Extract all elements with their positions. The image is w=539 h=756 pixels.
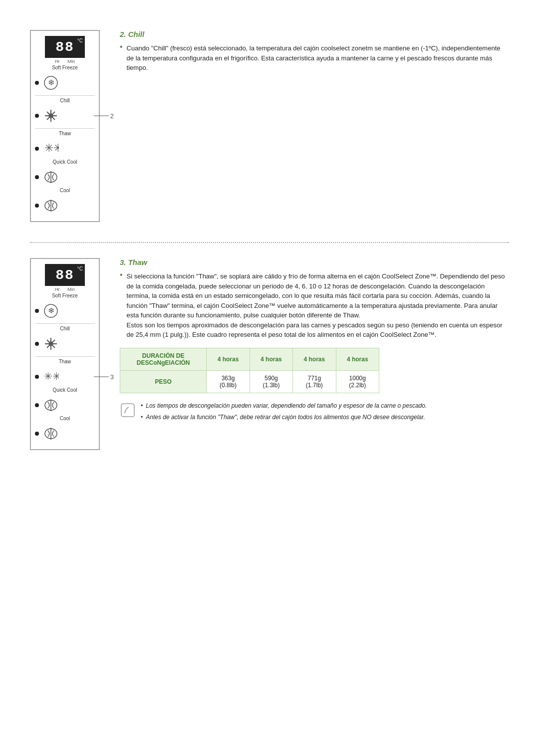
min-label-thaw: Min xyxy=(67,287,75,292)
cool-icon-thaw xyxy=(42,425,60,443)
chill-title-em: Chill xyxy=(128,30,145,38)
chill-dot-thaw xyxy=(35,342,39,346)
cool-icon-chill xyxy=(42,197,60,215)
note-bullet-dot-1: • xyxy=(141,401,143,411)
thaw-label: Thaw xyxy=(59,131,71,136)
svg-text:❄: ❄ xyxy=(48,78,54,87)
cool-dot-chill xyxy=(35,204,39,208)
chill-dot xyxy=(35,114,39,118)
display-celsius-thaw: °C xyxy=(77,266,83,271)
qc-icon-thaw xyxy=(42,396,60,414)
section-divider xyxy=(30,242,509,243)
chill-icon xyxy=(42,107,60,125)
qc-icon-chill xyxy=(42,168,60,186)
chill-bullet-1: • Cuando "Chill" (fresco) está seleccion… xyxy=(120,43,509,73)
page: 88 °C Hr Min Soft Freeze ❄ Chi xyxy=(0,0,539,500)
hr-label: Hr xyxy=(55,59,60,64)
thaw-row-thaw: ✳✳ 3 xyxy=(35,368,95,386)
thaw-section-title: 3. Thaw xyxy=(120,258,509,266)
chill-bullet-dot: • xyxy=(120,42,123,51)
thaw-bullet-dot: • xyxy=(120,270,123,279)
quick-cool-row-chill xyxy=(35,168,95,186)
cool-row-chill xyxy=(35,197,95,215)
soft-freeze-label: Soft Freeze xyxy=(52,65,78,70)
thaw-bullet-1: • Si selecciona la función "Thaw", se so… xyxy=(120,271,509,340)
chill-section-title: 2. Chill xyxy=(120,30,509,38)
chill-label: Chill xyxy=(60,98,69,103)
display-block-thaw: 88 °C xyxy=(45,264,85,286)
thaw-dot-thaw xyxy=(35,375,39,379)
note-bullet-2: • Antes de activar la función "Thaw", de… xyxy=(141,413,427,422)
display-digits: 88 xyxy=(55,39,74,55)
chill-arrow: 2 xyxy=(94,112,114,120)
divider1 xyxy=(35,95,95,96)
thaw-dot-chill xyxy=(35,147,39,151)
table-cell-peso-label: PESO xyxy=(120,370,207,393)
thaw-icon-thaw: ✳✳ xyxy=(42,368,60,386)
quick-cool-label: Quick Cool xyxy=(53,159,77,165)
note-box: • Los tiempos de descongelación pueden v… xyxy=(120,401,509,424)
thaw-arrow-number: 3 xyxy=(110,373,114,381)
display-block: 88 °C xyxy=(45,36,85,58)
cool-label-thaw: Cool xyxy=(60,416,70,421)
chill-row-thaw xyxy=(35,335,95,353)
table-header-4h-1: 4 horas xyxy=(207,348,250,370)
thaw-title-em: Thaw xyxy=(128,258,147,266)
note-bullet-dot-2: • xyxy=(141,413,143,422)
display-digits-thaw: 88 xyxy=(55,267,74,283)
min-label: Min xyxy=(67,59,75,64)
note-content: • Los tiempos de descongelación pueden v… xyxy=(141,401,427,424)
note-text-1: Los tiempos de descongelación pueden var… xyxy=(146,401,427,411)
svg-text:✳✳: ✳✳ xyxy=(44,142,59,154)
soft-freeze-label-thaw: Soft Freeze xyxy=(52,293,78,298)
thaw-row-chill: ✳✳ xyxy=(35,140,95,158)
content-chill: 2. Chill • Cuando "Chill" (fresco) está … xyxy=(120,30,509,77)
hr-min-row: Hr Min xyxy=(55,59,75,64)
table-header-4h-3: 4 horas xyxy=(293,348,336,370)
thaw-label-thaw: Thaw xyxy=(59,359,71,364)
sf-icon-thaw: ❄ xyxy=(42,302,60,320)
soft-freeze-dot xyxy=(35,81,39,85)
content-thaw: 3. Thaw • Si selecciona la función "Thaw… xyxy=(120,258,509,424)
thaw-arrow: 3 xyxy=(94,373,114,381)
hr-min-row-thaw: Hr Min xyxy=(55,287,75,292)
chill-row: 2 xyxy=(35,107,95,125)
chill-icon-thaw xyxy=(42,335,60,353)
svg-text:❄: ❄ xyxy=(48,306,54,315)
table-row-peso: PESO 363g(0.8lb) 590g(1.3lb) 771g(1.7lb)… xyxy=(120,370,379,393)
hr-label-thaw: Hr xyxy=(55,287,60,292)
svg-text:✳✳: ✳✳ xyxy=(44,371,59,382)
table-cell-1000g: 1000g(2.2lb) xyxy=(336,370,379,393)
chill-label-thaw: Chill xyxy=(60,326,69,331)
cool-row-thaw xyxy=(35,425,95,443)
arrow-number: 2 xyxy=(110,112,114,120)
cool-label: Cool xyxy=(60,188,70,193)
table-header-4h-4: 4 horas xyxy=(336,348,379,370)
thaw-bullet-text: Si selecciona la función "Thaw", se sopl… xyxy=(127,271,509,340)
section-thaw: 88 °C Hr Min Soft Freeze ❄ Chill xyxy=(30,258,509,450)
display-celsius: °C xyxy=(77,38,83,43)
sf-dot-thaw xyxy=(35,309,39,313)
thaw-icon-chill: ✳✳ xyxy=(42,140,60,158)
note-bullet-1: • Los tiempos de descongelación pueden v… xyxy=(141,401,427,411)
soft-freeze-row-thaw: ❄ xyxy=(35,302,95,320)
divider2 xyxy=(35,128,95,129)
chill-bullet-text: Cuando "Chill" (fresco) está seleccionad… xyxy=(127,43,509,73)
table-cell-590g: 590g(1.3lb) xyxy=(250,370,292,393)
qc-dot-chill xyxy=(35,175,39,179)
table-cell-363g: 363g(0.8lb) xyxy=(207,370,250,393)
divider3 xyxy=(35,323,95,324)
qc-dot-thaw xyxy=(35,403,39,407)
divider4 xyxy=(35,356,95,357)
note-text-2: Antes de activar la función "Thaw", debe… xyxy=(146,413,425,422)
soft-freeze-icon: ❄ xyxy=(42,74,60,92)
section-chill: 88 °C Hr Min Soft Freeze ❄ Chi xyxy=(30,30,509,222)
panel-thaw: 88 °C Hr Min Soft Freeze ❄ Chill xyxy=(30,258,100,450)
thaw-table: DURACIÓN DEDESCoNgElACIÓN 4 horas 4 hora… xyxy=(120,348,379,393)
cool-dot-thaw xyxy=(35,432,39,436)
soft-freeze-row: ❄ xyxy=(35,74,95,92)
panel-chill: 88 °C Hr Min Soft Freeze ❄ Chi xyxy=(30,30,100,222)
thaw-arrow-line xyxy=(94,377,109,377)
table-header-duration: DURACIÓN DEDESCoNgElACIÓN xyxy=(120,348,207,370)
table-header-4h-2: 4 horas xyxy=(250,348,292,370)
